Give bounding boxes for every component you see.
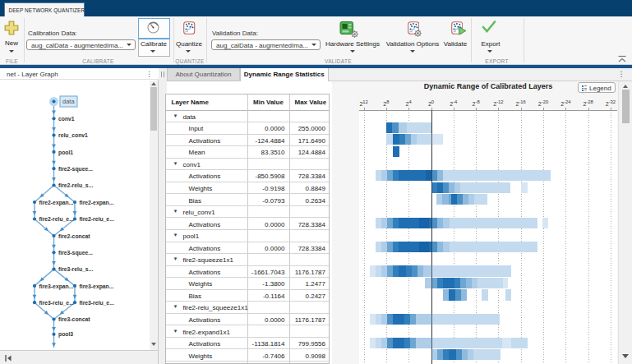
svg-text:pool1: pool1	[58, 150, 73, 156]
svg-text:fire3-relu_e...: fire3-relu_e...	[80, 300, 114, 306]
svg-text:relu_conv1: relu_conv1	[58, 132, 88, 138]
svg-text:pool3: pool3	[58, 331, 73, 338]
svg-text:fire2-concat: fire2-concat	[58, 233, 90, 239]
svg-text:fire2-squee...: fire2-squee...	[58, 166, 93, 173]
svg-text:fire2-relu_e...: fire2-relu_e...	[80, 216, 114, 222]
svg-text:fire2-relu_s...: fire2-relu_s...	[58, 182, 93, 188]
svg-text:fire2-relu_e...: fire2-relu_e...	[39, 216, 74, 222]
svg-text:fire3-concat: fire3-concat	[58, 316, 90, 322]
svg-text:fire3-squee...: fire3-squee...	[58, 250, 93, 256]
svg-text:fire2-expan...: fire2-expan...	[39, 200, 74, 206]
svg-text:fire3-expan...: fire3-expan...	[39, 283, 74, 290]
svg-text:data: data	[62, 98, 75, 105]
svg-text:conv1: conv1	[58, 116, 75, 122]
svg-text:fire2-expan...: fire2-expan...	[80, 200, 114, 206]
svg-text:fire3-expan...: fire3-expan...	[80, 283, 114, 290]
svg-text:fire3-relu_s...: fire3-relu_s...	[58, 266, 93, 272]
svg-text:fire3-relu_e...: fire3-relu_e...	[39, 300, 74, 306]
